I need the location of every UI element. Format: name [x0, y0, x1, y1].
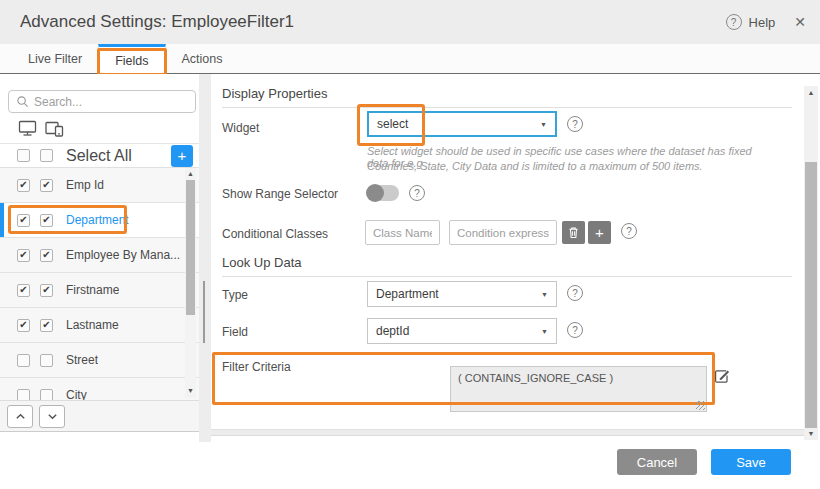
move-up-button[interactable] — [7, 405, 33, 428]
field-label: Field — [222, 325, 248, 339]
checkbox-checked[interactable]: ✔ — [40, 249, 53, 262]
scrollbar-thumb[interactable] — [186, 180, 195, 315]
tab-live-filter[interactable]: Live Filter — [12, 44, 98, 73]
tab-label: Actions — [182, 52, 223, 66]
mobile-devices-icon[interactable] — [45, 120, 64, 137]
checkbox-checked[interactable]: ✔ — [17, 249, 30, 262]
add-class-button[interactable]: + — [588, 221, 611, 244]
search-input[interactable] — [34, 95, 188, 109]
resize-grip[interactable] — [696, 401, 705, 410]
horizontal-scroll-track[interactable] — [211, 429, 804, 436]
tab-label: Fields — [115, 54, 148, 68]
search-box[interactable] — [8, 90, 196, 113]
field-list: ✔✔Emp Id✔✔Department✔✔Employee By Mana..… — [0, 168, 199, 400]
checkbox-unchecked[interactable] — [17, 389, 30, 401]
checkbox-checked[interactable]: ✔ — [40, 284, 53, 297]
tab-fields[interactable]: Fields — [98, 44, 165, 74]
display-properties-heading: Display Properties — [222, 86, 792, 108]
type-label: Type — [222, 288, 248, 302]
trash-icon — [568, 226, 579, 239]
checkbox-checked[interactable]: ✔ — [40, 214, 53, 227]
field-list-scrollbar[interactable]: ▲ ▼ — [185, 168, 196, 398]
field-row-department[interactable]: ✔✔Department — [0, 203, 199, 238]
select-all-row: Select All + — [0, 143, 199, 168]
checkbox-unchecked[interactable] — [17, 354, 30, 367]
help-link[interactable]: Help — [749, 15, 776, 30]
widget-select[interactable]: select ▼ — [367, 111, 557, 137]
splitter-handle[interactable] — [203, 281, 205, 343]
dialog-title: Advanced Settings: EmployeeFilter1 — [20, 12, 294, 32]
select-all-label: Select All — [66, 147, 132, 165]
field-label: Department — [66, 213, 129, 227]
show-range-selector-label: Show Range Selector — [222, 187, 338, 201]
conditional-classes-label: Conditional Classes — [222, 227, 328, 241]
edit-filter-criteria-button[interactable] — [712, 367, 732, 387]
checkbox-unchecked[interactable] — [40, 354, 53, 367]
move-down-button[interactable] — [39, 405, 65, 428]
scroll-down-icon[interactable]: ▼ — [808, 430, 815, 437]
checkbox-unchecked[interactable] — [40, 149, 53, 162]
fields-sidebar: Select All + ✔✔Emp Id✔✔Department✔✔Emplo… — [0, 74, 199, 442]
type-select-value: Department — [376, 287, 439, 301]
look-up-data-heading: Look Up Data — [222, 255, 792, 277]
class-name-input[interactable] — [365, 220, 440, 245]
toggle-knob — [366, 184, 384, 202]
device-visibility-row — [18, 120, 64, 137]
conditional-classes-help-icon[interactable]: ? — [621, 223, 637, 239]
search-icon — [16, 95, 29, 108]
dialog-body: Select All + ✔✔Emp Id✔✔Department✔✔Emplo… — [0, 74, 820, 442]
checkbox-unchecked[interactable] — [17, 149, 30, 162]
type-select[interactable]: Department ▼ — [367, 281, 557, 307]
delete-class-button[interactable] — [562, 221, 585, 244]
panel-splitter[interactable] — [199, 74, 211, 442]
scroll-up-icon[interactable]: ▲ — [187, 170, 194, 177]
checkbox-checked[interactable]: ✔ — [17, 319, 30, 332]
tab-bar: Live FilterFieldsActions — [0, 44, 820, 74]
checkbox-checked[interactable]: ✔ — [17, 179, 30, 192]
add-field-button[interactable]: + — [171, 145, 193, 167]
field-label: Lastname — [66, 318, 119, 332]
close-icon[interactable]: ✕ — [794, 14, 806, 30]
properties-panel: Display Properties Widget select ▼ ? Sel… — [211, 74, 804, 442]
scroll-up-icon[interactable]: ▲ — [808, 89, 815, 96]
desktop-icon[interactable] — [18, 120, 37, 137]
field-row-city[interactable]: City — [0, 378, 199, 400]
checkbox-checked[interactable]: ✔ — [17, 284, 30, 297]
show-range-selector-toggle[interactable] — [367, 185, 399, 201]
field-label: Employee By Mana... — [66, 248, 180, 262]
field-order-controls — [0, 400, 199, 432]
save-button[interactable]: Save — [711, 449, 791, 475]
widget-select-value: select — [377, 117, 408, 131]
field-row-street[interactable]: Street — [0, 343, 199, 378]
help-icon[interactable]: ? — [726, 14, 742, 30]
scrollbar-thumb[interactable] — [805, 162, 817, 428]
field-row-lastname[interactable]: ✔✔Lastname — [0, 308, 199, 343]
field-help-icon[interactable]: ? — [567, 322, 583, 338]
field-label: City — [66, 388, 87, 400]
filter-criteria-label: Filter Criteria — [222, 360, 291, 374]
checkbox-checked[interactable]: ✔ — [40, 179, 53, 192]
field-row-employee-by-mana[interactable]: ✔✔Employee By Mana... — [0, 238, 199, 273]
chevron-down-icon: ▼ — [541, 328, 548, 335]
filter-criteria-textarea[interactable]: ( CONTAINS_IGNORE_CASE ) — [450, 366, 707, 412]
widget-help-icon[interactable]: ? — [567, 116, 583, 132]
condition-expression-input[interactable] — [449, 220, 557, 245]
field-label: Firstname — [66, 283, 119, 297]
cancel-button[interactable]: Cancel — [617, 449, 697, 475]
field-select[interactable]: deptId ▼ — [367, 318, 557, 344]
field-row-firstname[interactable]: ✔✔Firstname — [0, 273, 199, 308]
advanced-settings-dialog: Advanced Settings: EmployeeFilter1 ? Hel… — [0, 0, 820, 489]
chevron-down-icon: ▼ — [540, 121, 547, 128]
tab-actions[interactable]: Actions — [166, 44, 239, 73]
checkbox-unchecked[interactable] — [40, 389, 53, 401]
checkbox-checked[interactable]: ✔ — [17, 214, 30, 227]
checkbox-checked[interactable]: ✔ — [40, 319, 53, 332]
scroll-down-icon[interactable]: ▼ — [187, 387, 194, 394]
range-selector-help-icon[interactable]: ? — [409, 185, 425, 201]
panel-scrollbar[interactable]: ▲ ▼ — [804, 86, 818, 440]
field-select-value: deptId — [376, 324, 409, 338]
field-row-emp-id[interactable]: ✔✔Emp Id — [0, 168, 199, 203]
dialog-footer: Cancel Save — [0, 442, 820, 489]
type-help-icon[interactable]: ? — [567, 285, 583, 301]
chevron-down-icon: ▼ — [541, 291, 548, 298]
